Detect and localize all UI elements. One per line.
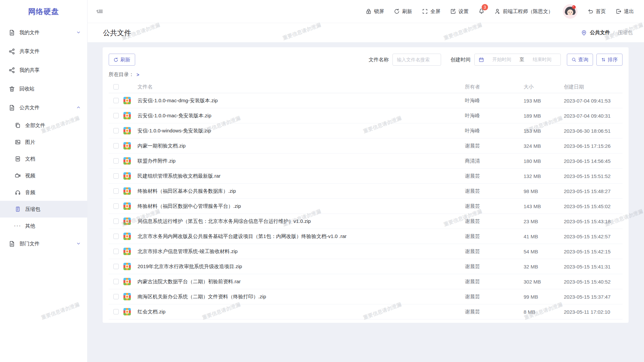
file-name[interactable]: 云安信-1.0.0-mac-dmg-安装版本.zip [138, 98, 218, 104]
file-created-date: 2023-07-04 09:41:53 [564, 98, 623, 104]
home-button[interactable]: 首页 [587, 8, 606, 15]
sidebar-item-label: 音频 [25, 189, 35, 196]
filename-filter-label: 文件名称 [369, 57, 389, 63]
row-checkbox[interactable] [113, 188, 119, 194]
fullscreen-label: 全屏 [430, 8, 440, 15]
refresh-label: 刷新 [402, 8, 412, 15]
column-header-owner[interactable]: 所有者 [465, 84, 524, 90]
table-header-row: 文件名 所有者 大小 创建日期 [109, 81, 623, 93]
fullscreen-button[interactable]: 全屏 [422, 8, 440, 15]
row-checkbox[interactable] [113, 309, 119, 314]
page-title-bar: 公共文件 公共文件 / 压缩包 [88, 23, 644, 42]
column-header-size[interactable]: 大小 [524, 84, 564, 90]
file-size: 180 MB [524, 158, 564, 164]
row-checkbox[interactable] [113, 158, 119, 164]
user-menu[interactable]: 前端工程师（陈思文） [494, 8, 553, 15]
file-size: 54 MB [524, 249, 564, 254]
refresh-button[interactable]: 刷新 [394, 8, 412, 15]
sidebar-item-archives[interactable]: 压缩包 [0, 201, 87, 218]
sidebar-item-public-files[interactable]: 公共文件 [0, 98, 87, 117]
file-name[interactable]: 内蒙古法院大数据平台（二期）初验前资料.rar [138, 279, 241, 285]
file-name[interactable]: 内蒙一期初验文档.zip [138, 143, 185, 149]
notifications-bell-icon[interactable]: 3 [478, 8, 485, 15]
sidebar-item-all-files[interactable]: 全部文件 [0, 117, 87, 134]
trash-icon [9, 86, 15, 92]
zip-file-icon [123, 142, 131, 149]
filename-search-input[interactable] [392, 54, 441, 66]
sidebar-item-label: 文档 [25, 156, 35, 162]
file-name[interactable]: 终验材料（福田区基本公共服务数据库）.zip [138, 188, 236, 194]
row-checkbox[interactable] [113, 264, 119, 269]
file-table: 文件名 所有者 大小 创建日期 云安信-1.0.0-mac-dmg-安装版本.z… [109, 81, 623, 319]
row-checkbox[interactable] [113, 219, 119, 224]
row-checkbox[interactable] [113, 98, 119, 103]
sidebar-item-others[interactable]: ··· 其他 [0, 218, 87, 234]
row-checkbox[interactable] [113, 128, 119, 133]
row-checkbox[interactable] [113, 294, 119, 299]
sidebar-item-my-shares[interactable]: 我的共享 [0, 61, 87, 79]
file-name[interactable]: 云安信-1.0.0-mac-免安装版本.zip [138, 113, 211, 119]
zip-file-icon [123, 293, 131, 300]
file-name[interactable]: 联盟办件附件.zip [138, 158, 175, 164]
table-row: 内蒙古法院大数据平台（二期）初验前资料.rar 谢晨芸 302 MB 2023-… [109, 274, 623, 289]
sidebar-item-my-files[interactable]: 我的文件 [0, 23, 87, 42]
sidebar-item-images[interactable]: 图片 [0, 134, 87, 150]
row-checkbox[interactable] [113, 249, 119, 254]
sort-button[interactable]: 排序 [596, 54, 623, 66]
file-name[interactable]: 局信息系统运行维护（第五包：北京市水务局综合信息平台运行维护）v1.0.zip [138, 218, 311, 225]
row-checkbox[interactable] [113, 143, 119, 148]
sidebar-item-recycle-bin[interactable]: 回收站 [0, 79, 87, 98]
select-all-checkbox[interactable] [113, 84, 119, 89]
avatar[interactable] [563, 4, 578, 19]
end-date-placeholder[interactable]: 结束时间 [528, 57, 556, 63]
column-header-date[interactable]: 创建日期 [564, 84, 623, 90]
zip-file-icon [123, 233, 131, 240]
sidebar-item-shared-files[interactable]: 共享文件 [0, 42, 87, 61]
file-icon [9, 241, 15, 247]
sidebar-collapse-icon[interactable] [96, 7, 104, 16]
date-range-picker[interactable]: 开始时间 至 结束时间 [474, 54, 561, 66]
directory-root-arrow[interactable]: > [137, 72, 139, 77]
sidebar-item-audio[interactable]: 音频 [0, 184, 87, 201]
sidebar-item-videos[interactable]: 视频 [0, 167, 87, 184]
start-date-placeholder[interactable]: 开始时间 [487, 57, 516, 63]
file-name[interactable]: 终验材料（福田区数据中心管理服务平台）.zip [138, 203, 241, 209]
lock-screen-button[interactable]: 锁屏 [366, 8, 384, 15]
breadcrumb-root[interactable]: 公共文件 [590, 29, 610, 36]
breadcrumb-current: 压缩包 [618, 29, 633, 36]
file-name[interactable]: 北京市水务局内网改版及公共服务基础平台建设项目（第1包：内网改版）终验验文档-v… [138, 233, 346, 240]
settings-button[interactable]: 设置 [450, 8, 469, 15]
breadcrumb: 公共文件 / 压缩包 [581, 29, 633, 36]
table-row: 北京市排水户信息管理系统-竣工验收材料.zip 谢晨芸 54 MB 2023-0… [109, 244, 623, 259]
file-owner: 商清清 [465, 158, 524, 164]
file-name[interactable]: 安信-1.0.0-windows-免安装版.zip [138, 128, 211, 134]
file-name[interactable]: 南海区机关新办公系统（二期）文件资料（终验打印）.zip [138, 294, 266, 300]
sidebar-item-label: 我的文件 [19, 29, 40, 36]
row-checkbox[interactable] [113, 113, 119, 118]
zip-file-icon [123, 248, 131, 255]
file-owner: 谢晨芸 [465, 248, 524, 255]
table-row: 安信-1.0.0-windows-免安装版.zip 叶海峰 153 MB 202… [109, 123, 623, 138]
sidebar-item-label: 全部文件 [25, 122, 45, 129]
zip-file-icon [123, 97, 131, 104]
query-button[interactable]: 查询 [567, 54, 593, 66]
sidebar-item-label: 共享文件 [19, 48, 40, 55]
file-created-date: 2023-05-15 15:45:02 [564, 203, 623, 209]
row-checkbox[interactable] [113, 234, 119, 239]
file-name[interactable]: 民建组织管理系统验收文档最新版.rar [138, 173, 221, 179]
share-icon [9, 67, 15, 73]
row-checkbox[interactable] [113, 203, 119, 209]
row-checkbox[interactable] [113, 173, 119, 179]
column-header-filename[interactable]: 文件名 [138, 84, 465, 90]
row-checkbox[interactable] [113, 279, 119, 284]
file-name[interactable]: 红会文档.zip [138, 309, 165, 315]
file-name[interactable]: 2019年北京市水行政审批系统升级改造项目.zip [138, 263, 242, 270]
file-owner: 谢晨芸 [465, 233, 524, 240]
logout-button[interactable]: 退出 [615, 8, 634, 15]
zip-file-icon [123, 172, 131, 180]
file-name[interactable]: 北京市排水户信息管理系统-竣工验收材料.zip [138, 248, 237, 255]
sidebar-item-documents[interactable]: 文档 [0, 150, 87, 167]
refresh-list-label: 刷新 [120, 57, 130, 63]
refresh-list-button[interactable]: 刷新 [109, 54, 135, 66]
sidebar-item-department-files[interactable]: 部门文件 [0, 234, 87, 253]
